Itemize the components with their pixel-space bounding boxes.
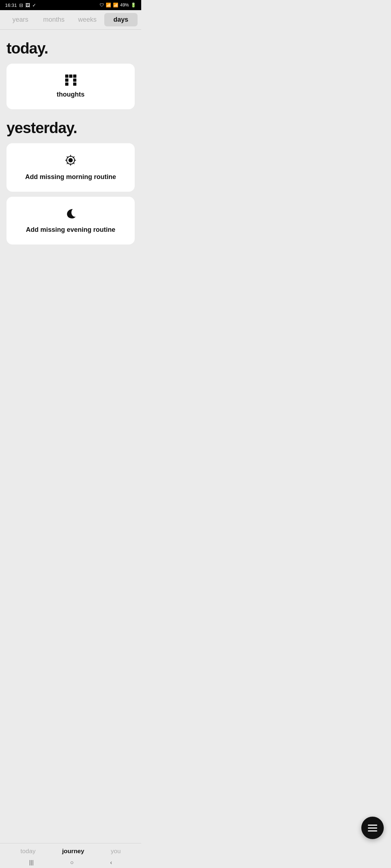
yesterday-heading: yesterday.	[7, 119, 135, 137]
today-heading: today.	[7, 40, 135, 57]
grid-icon	[65, 75, 76, 86]
svg-point-0	[68, 158, 73, 162]
morning-routine-label: Add missing morning routine	[25, 173, 116, 181]
main-content: today. thoughts yesterday.	[0, 40, 141, 286]
tab-years[interactable]: years	[4, 13, 37, 26]
evening-routine-label: Add missing evening routine	[26, 226, 115, 234]
wifi-icon: 📶	[106, 3, 111, 8]
status-right: 🛡 📶 📶 49% 🔋	[100, 3, 136, 8]
status-left: 16:31 ⊟ 🖼 ✓	[5, 3, 36, 8]
evening-routine-card[interactable]: Add missing evening routine	[7, 197, 135, 244]
status-time: 16:31	[5, 3, 17, 8]
sim-icon: ⊟	[19, 3, 23, 8]
tab-months[interactable]: months	[37, 13, 71, 26]
svg-line-6	[67, 157, 68, 158]
signal-icon: 📶	[113, 3, 118, 8]
morning-routine-card[interactable]: Add missing morning routine	[7, 143, 135, 192]
svg-line-8	[73, 157, 74, 158]
sun-icon	[64, 154, 77, 168]
image-icon: 🖼	[25, 3, 30, 8]
svg-line-9	[67, 163, 68, 164]
battery-text: 49%	[120, 3, 129, 8]
tab-weeks[interactable]: weeks	[71, 13, 104, 26]
thoughts-card[interactable]: thoughts	[7, 64, 135, 109]
check-icon: ✓	[32, 3, 36, 8]
battery-icon: 🔋	[131, 3, 136, 8]
status-bar: 16:31 ⊟ 🖼 ✓ 🛡 📶 📶 49% 🔋	[0, 0, 141, 10]
thoughts-label: thoughts	[57, 91, 85, 98]
tab-days[interactable]: days	[104, 13, 138, 26]
shield-icon: 🛡	[100, 3, 104, 8]
tab-bar: years months weeks days	[0, 10, 141, 30]
svg-line-7	[73, 163, 74, 164]
moon-icon	[66, 208, 76, 221]
